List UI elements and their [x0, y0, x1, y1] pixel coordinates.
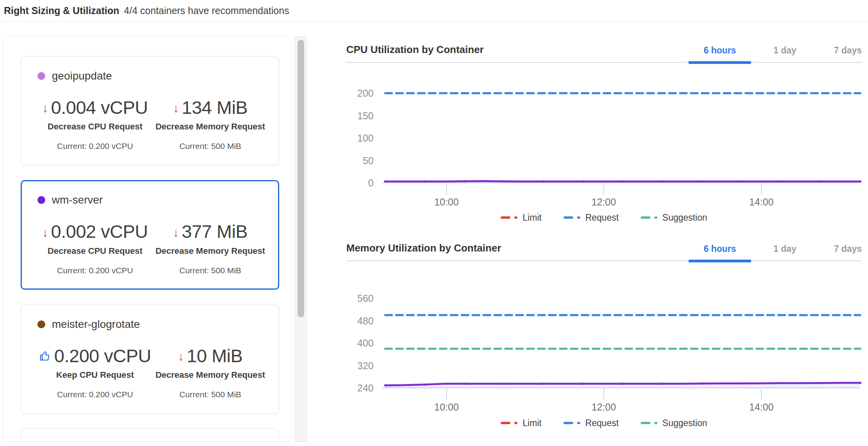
memory-action-label: Decrease Memory Request — [156, 122, 265, 132]
card-metrics: 0.200 vCPU Keep CPU Request Current: 0.2… — [37, 346, 268, 399]
page-subtitle: 4/4 containers have recommendations — [124, 5, 289, 16]
svg-text:14:00: 14:00 — [749, 196, 774, 207]
cpu-chart-legend: Limit Request Suggestion — [346, 211, 862, 224]
decrease-arrow-icon: ↓ — [173, 227, 179, 239]
thumbs-up-icon — [39, 350, 51, 362]
decrease-arrow-icon: ↓ — [42, 102, 48, 114]
svg-text:480: 480 — [357, 315, 374, 326]
page-header: Right Sizing & Utilization 4/4 container… — [0, 0, 868, 22]
container-list-panel: geoipupdate ↓ 0.004 vCPU Decrease CPU Re… — [3, 36, 291, 442]
svg-text:50: 50 — [363, 155, 374, 166]
svg-text:560: 560 — [357, 293, 374, 304]
suggestion-dash-icon — [641, 216, 657, 219]
container-card-meister-glogrotate[interactable]: meister-glogrotate 0.200 vCPU Keep CPU R… — [21, 304, 279, 414]
memory-action-label: Decrease Memory Request — [156, 370, 265, 380]
memory-chart-header: Memory Utilization by Container 6 hours … — [346, 242, 862, 261]
memory-chart-title: Memory Utilization by Container — [346, 242, 501, 254]
time-range-tabs: 6 hours 1 day 7 days — [666, 244, 862, 254]
tab-7-days[interactable]: 7 days — [834, 244, 862, 254]
legend-item-request: Request — [563, 418, 619, 428]
container-color-dot — [37, 72, 45, 80]
decrease-arrow-icon: ↓ — [42, 227, 48, 239]
memory-recommendation: ↓ 377 MiB Decrease Memory Request Curren… — [153, 222, 268, 275]
memory-chart-block: Memory Utilization by Container 6 hours … — [346, 242, 862, 430]
svg-text:150: 150 — [357, 110, 374, 121]
svg-text:400: 400 — [357, 338, 374, 349]
container-name: wm-server — [52, 194, 103, 206]
cpu-recommendation: ↓ 0.004 vCPU Decrease CPU Request Curren… — [37, 98, 153, 151]
card-metrics: ↓ 0.004 vCPU Decrease CPU Request Curren… — [37, 98, 268, 151]
limit-dash-icon — [501, 422, 517, 424]
memory-recommendation: ↓ 10 MiB Decrease Memory Request Current… — [153, 346, 268, 399]
right-sizing-page: Right Sizing & Utilization 4/4 container… — [0, 0, 868, 446]
limit-dash-icon — [501, 216, 517, 219]
memory-chart-legend: Limit Request Suggestion — [346, 416, 862, 430]
decrease-arrow-icon: ↓ — [173, 102, 179, 114]
memory-current-label: Current: 500 MiB — [179, 390, 241, 399]
charts-column: CPU Utilization by Container 6 hours 1 d… — [346, 44, 862, 430]
tab-6-hours[interactable]: 6 hours — [703, 45, 736, 56]
container-color-dot — [37, 320, 45, 328]
memory-recommend-value: 134 MiB — [182, 98, 248, 117]
container-card-wm-server[interactable]: wm-server ↓ 0.002 vCPU Decrease CPU Requ… — [21, 180, 279, 289]
container-color-dot — [37, 196, 45, 204]
card-header: meister-glogrotate — [37, 318, 268, 331]
cpu-current-label: Current: 0.200 vCPU — [57, 390, 133, 399]
time-range-tabs: 6 hours 1 day 7 days — [666, 45, 862, 56]
cpu-current-label: Current: 0.200 vCPU — [57, 266, 133, 275]
svg-text:10:00: 10:00 — [434, 402, 459, 412]
memory-recommend-value: 377 MiB — [182, 222, 248, 241]
cpu-recommend-value: 0.004 vCPU — [51, 98, 148, 117]
svg-text:240: 240 — [357, 382, 374, 393]
legend-item-request: Request — [563, 212, 619, 223]
legend-item-limit: Limit — [501, 212, 542, 223]
memory-current-label: Current: 500 MiB — [179, 142, 241, 151]
memory-action-label: Decrease Memory Request — [156, 246, 265, 256]
page-title: Right Sizing & Utilization — [4, 5, 119, 16]
container-card-geoipupdate[interactable]: geoipupdate ↓ 0.004 vCPU Decrease CPU Re… — [21, 56, 279, 165]
tab-1-day[interactable]: 1 day — [774, 244, 797, 254]
cpu-chart-canvas: 05010015020010:0012:0014:00 — [346, 63, 862, 209]
container-card-partial[interactable] — [21, 428, 279, 442]
container-name: geoipupdate — [52, 70, 112, 82]
cpu-chart-title: CPU Utilization by Container — [346, 44, 484, 56]
card-metrics: ↓ 0.002 vCPU Decrease CPU Request Curren… — [37, 222, 268, 275]
cpu-chart-header: CPU Utilization by Container 6 hours 1 d… — [346, 44, 862, 63]
tab-1-day[interactable]: 1 day — [774, 45, 797, 56]
legend-item-suggestion: Suggestion — [641, 212, 707, 223]
request-dash-icon — [563, 422, 580, 424]
svg-text:12:00: 12:00 — [592, 402, 616, 412]
panel-scrollbar-track[interactable] — [294, 36, 307, 442]
svg-text:10:00: 10:00 — [434, 196, 459, 207]
cpu-action-label: Keep CPU Request — [56, 370, 134, 380]
cpu-recommend-value: 0.200 vCPU — [54, 346, 151, 365]
card-header: geoipupdate — [37, 70, 268, 82]
cpu-chart-block: CPU Utilization by Container 6 hours 1 d… — [346, 44, 862, 224]
memory-recommendation: ↓ 134 MiB Decrease Memory Request Curren… — [153, 98, 268, 151]
legend-item-suggestion: Suggestion — [641, 418, 707, 428]
cpu-action-label: Decrease CPU Request — [48, 246, 142, 256]
memory-recommend-value: 10 MiB — [187, 346, 243, 365]
svg-text:12:00: 12:00 — [592, 196, 616, 207]
svg-text:14:00: 14:00 — [749, 402, 774, 412]
svg-text:320: 320 — [357, 360, 374, 371]
decrease-arrow-icon: ↓ — [178, 350, 184, 363]
svg-text:200: 200 — [357, 88, 374, 99]
memory-chart-canvas: 24032040048056010:0012:0014:00 — [346, 261, 862, 415]
tab-6-hours[interactable]: 6 hours — [703, 244, 736, 254]
panel-scrollbar-thumb[interactable] — [298, 40, 304, 317]
request-dash-icon — [563, 216, 580, 219]
legend-item-limit: Limit — [501, 418, 542, 428]
cpu-recommendation: 0.200 vCPU Keep CPU Request Current: 0.2… — [37, 346, 153, 399]
container-name: meister-glogrotate — [52, 318, 140, 331]
tab-7-days[interactable]: 7 days — [834, 45, 862, 56]
suggestion-dash-icon — [641, 422, 657, 424]
cpu-current-label: Current: 0.200 vCPU — [57, 142, 133, 151]
svg-text:0: 0 — [368, 177, 374, 188]
cpu-recommendation: ↓ 0.002 vCPU Decrease CPU Request Curren… — [37, 222, 153, 275]
memory-current-label: Current: 500 MiB — [179, 266, 241, 275]
svg-text:100: 100 — [357, 133, 374, 143]
cpu-recommend-value: 0.002 vCPU — [51, 222, 148, 241]
cpu-action-label: Decrease CPU Request — [48, 122, 142, 132]
card-header: wm-server — [37, 194, 268, 206]
